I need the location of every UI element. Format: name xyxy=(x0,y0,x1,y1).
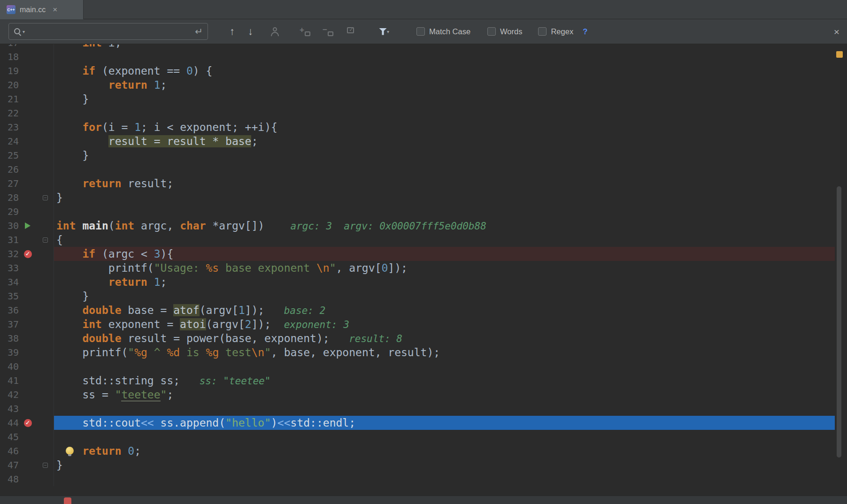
code-text[interactable]: std::string ss; ss: "teetee" xyxy=(54,374,835,388)
fold-marker-icon[interactable] xyxy=(43,195,48,200)
line-number[interactable]: 19 xyxy=(0,64,19,78)
regex-label[interactable]: Regex xyxy=(551,27,573,36)
code-text[interactable] xyxy=(54,402,835,416)
line-number[interactable]: 32 xyxy=(0,247,19,261)
line-number[interactable]: 24 xyxy=(0,134,19,148)
code-text[interactable]: printf("%g ^ %d is %g test\n", base, exp… xyxy=(54,345,835,359)
line-number[interactable]: 38 xyxy=(0,331,19,345)
search-filter-button[interactable]: ▾ xyxy=(379,28,389,35)
breakpoint-icon[interactable]: ✓ xyxy=(24,419,32,427)
code-text[interactable]: int main(int argc, char *argv[]) argc: 3… xyxy=(54,219,835,233)
code-text[interactable]: if (argc < 3){ xyxy=(54,247,835,261)
code-editor[interactable]: 17 int i;1819 if (exponent == 0) {20 ret… xyxy=(0,44,835,496)
code-text[interactable]: } xyxy=(54,148,835,162)
add-occurrence-icon[interactable]: + xyxy=(300,26,311,37)
code-text[interactable]: } xyxy=(54,458,835,472)
code-text[interactable] xyxy=(54,106,835,120)
code-text[interactable]: } xyxy=(54,191,835,205)
remove-occurrence-icon[interactable]: − xyxy=(323,26,334,37)
line-number[interactable]: 26 xyxy=(0,162,19,176)
line-number[interactable]: 45 xyxy=(0,430,19,444)
line-number[interactable]: 17 xyxy=(0,44,19,50)
code-text[interactable]: } xyxy=(54,289,835,303)
line-number[interactable]: 31 xyxy=(0,233,19,247)
previous-occurrence-button[interactable]: ↑ xyxy=(230,26,235,37)
code-text[interactable]: } xyxy=(54,92,835,106)
line-number[interactable]: 39 xyxy=(0,345,19,359)
close-search-icon[interactable]: × xyxy=(834,27,839,37)
code-text[interactable]: return 0; xyxy=(54,444,835,458)
find-toolbar: ▾ ↵ ↑ ↓ + − ✓ ▾ Match Case xyxy=(0,19,847,44)
code-text[interactable] xyxy=(54,472,835,486)
line-number[interactable]: 33 xyxy=(0,261,19,275)
line-number[interactable]: 46 xyxy=(0,444,19,458)
gutter: 18 xyxy=(0,50,54,64)
line-number[interactable]: 47 xyxy=(0,458,19,472)
warning-stripe-mark[interactable] xyxy=(836,51,843,58)
line-number[interactable]: 43 xyxy=(0,402,19,416)
line-number[interactable]: 27 xyxy=(0,176,19,191)
code-text[interactable]: printf("Usage: %s base exponent \n", arg… xyxy=(54,261,835,275)
code-text[interactable]: return 1; xyxy=(54,275,835,289)
intention-bulb-icon[interactable] xyxy=(66,447,74,455)
find-all-icon[interactable] xyxy=(270,27,280,36)
line-number[interactable]: 29 xyxy=(0,205,19,219)
line-number[interactable]: 18 xyxy=(0,50,19,64)
line-number[interactable]: 44 xyxy=(0,416,19,430)
line-number[interactable]: 42 xyxy=(0,388,19,402)
code-text[interactable]: result = result * base; xyxy=(54,134,835,148)
code-token: atoi xyxy=(180,318,206,330)
code-text[interactable] xyxy=(54,162,835,176)
line-number[interactable]: 21 xyxy=(0,92,19,106)
regex-checkbox[interactable] xyxy=(538,27,547,36)
breakpoint-icon[interactable]: ✓ xyxy=(24,250,32,258)
line-number[interactable]: 22 xyxy=(0,106,19,120)
line-number[interactable]: 48 xyxy=(0,472,19,486)
regex-help-link[interactable]: ? xyxy=(583,27,587,36)
debug-red-icon[interactable] xyxy=(64,497,71,504)
line-number[interactable]: 20 xyxy=(0,78,19,92)
search-input[interactable] xyxy=(27,27,192,36)
code-text[interactable] xyxy=(54,359,835,374)
code-text[interactable] xyxy=(54,205,835,219)
scrollbar-thumb[interactable] xyxy=(837,186,841,458)
code-text[interactable] xyxy=(54,430,835,444)
line-number[interactable]: 40 xyxy=(0,359,19,374)
search-history-caret-icon[interactable]: ▾ xyxy=(23,29,25,34)
line-number[interactable]: 25 xyxy=(0,148,19,162)
select-all-occurrences-icon[interactable]: ✓ xyxy=(346,26,357,37)
fold-marker-icon[interactable] xyxy=(43,237,48,243)
search-icon[interactable] xyxy=(14,28,22,36)
code-text[interactable] xyxy=(54,50,835,64)
code-text[interactable]: for(i = 1; i < exponent; ++i){ xyxy=(54,120,835,134)
code-text[interactable]: ss = "teetee"; xyxy=(54,388,835,402)
line-number[interactable]: 37 xyxy=(0,317,19,331)
person-body xyxy=(271,32,279,36)
code-text[interactable]: int exponent = atoi(argv[2]); exponent: … xyxy=(54,317,835,331)
line-number[interactable]: 41 xyxy=(0,374,19,388)
words-label[interactable]: Words xyxy=(500,27,522,36)
code-text[interactable]: return 1; xyxy=(54,78,835,92)
line-number[interactable]: 36 xyxy=(0,303,19,317)
match-case-checkbox[interactable] xyxy=(416,27,425,36)
code-text[interactable]: double base = atof(argv[1]); base: 2 xyxy=(54,303,835,317)
line-number[interactable]: 35 xyxy=(0,289,19,303)
tab-main-cc[interactable]: C++ main.cc × xyxy=(0,0,84,19)
code-text[interactable]: std::cout<< ss.append("hello")<<std::end… xyxy=(54,416,835,430)
next-occurrence-button[interactable]: ↓ xyxy=(248,26,253,37)
line-number[interactable]: 34 xyxy=(0,275,19,289)
line-number[interactable]: 28 xyxy=(0,191,19,205)
run-icon[interactable] xyxy=(25,222,31,229)
code-text[interactable]: return result; xyxy=(54,176,835,191)
code-text[interactable]: { xyxy=(54,233,835,247)
code-text[interactable]: double result = power(base, exponent); r… xyxy=(54,331,835,345)
words-checkbox[interactable] xyxy=(487,27,496,36)
code-text[interactable]: if (exponent == 0) { xyxy=(54,64,835,78)
match-case-label[interactable]: Match Case xyxy=(429,27,470,36)
fold-marker-icon[interactable] xyxy=(43,463,48,468)
code-text[interactable]: int i; xyxy=(54,44,835,50)
line-number[interactable]: 30 xyxy=(0,219,19,233)
line-number[interactable]: 23 xyxy=(0,120,19,134)
tab-close-icon[interactable]: × xyxy=(53,6,57,14)
code-line: 35 } xyxy=(0,289,835,303)
